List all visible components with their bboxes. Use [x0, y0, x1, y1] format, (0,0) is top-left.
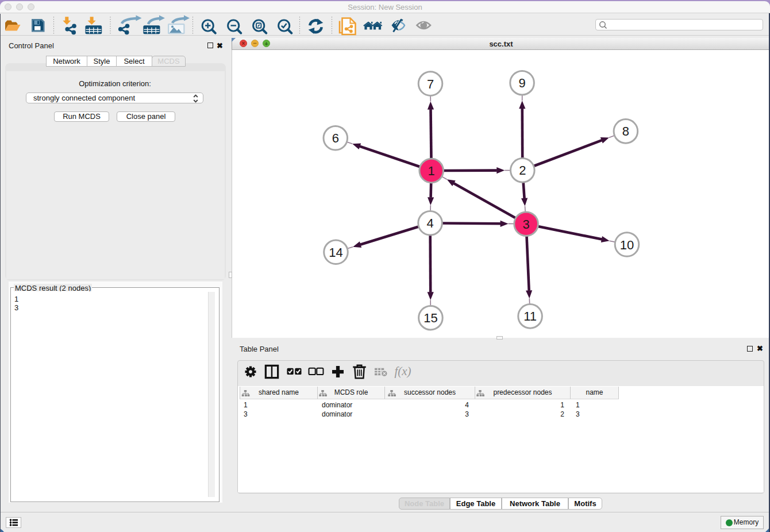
svg-text:6: 6: [332, 131, 339, 145]
svg-text:15: 15: [424, 311, 437, 325]
svg-text:9: 9: [518, 76, 525, 90]
svg-text:3: 3: [522, 217, 529, 232]
svg-text:7: 7: [427, 77, 434, 91]
svg-text:4: 4: [426, 216, 433, 230]
svg-text:1: 1: [428, 164, 435, 178]
svg-text:14: 14: [329, 245, 342, 260]
svg-text:8: 8: [622, 124, 629, 138]
svg-text:11: 11: [523, 309, 537, 323]
svg-text:10: 10: [620, 238, 634, 252]
svg-text:2: 2: [519, 163, 526, 178]
